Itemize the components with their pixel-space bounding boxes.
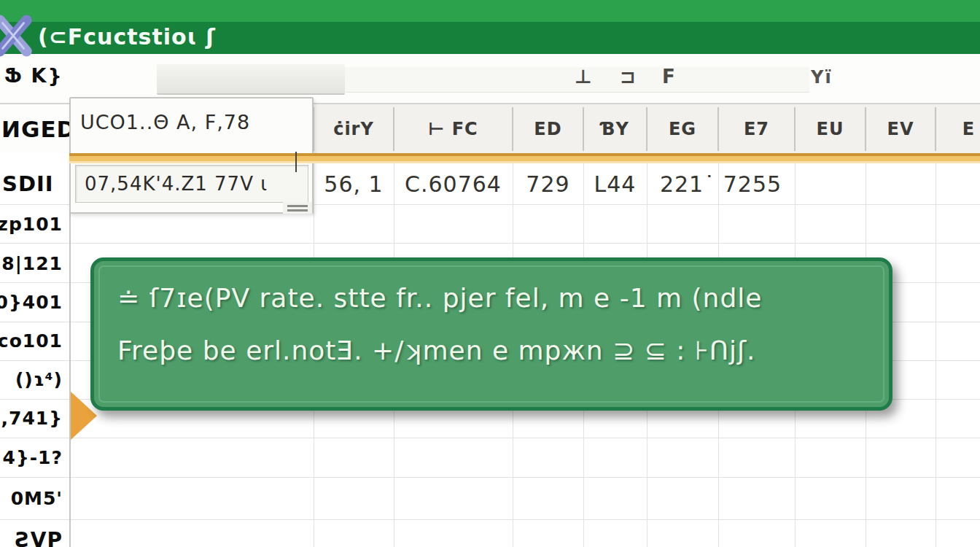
column-separator: [512, 107, 513, 151]
cell-value-1[interactable]: 56, 1: [314, 163, 394, 204]
column-header-2[interactable]: ⊢ FC: [394, 104, 513, 153]
formula-text[interactable]: UCO1..Θ A, F,78: [80, 111, 306, 133]
row-header-5[interactable]: co101: [0, 322, 69, 360]
tooltip-line-1: ≐ ſ7ɪe(PV rate. stte fr.. pjer fel, m e …: [117, 283, 762, 313]
gridline: [936, 163, 936, 547]
tooltip-line-2: Freþe be erl.notƎ. +/ʞmen e mpжn ⊇ ⊆ : ⊦…: [117, 335, 756, 365]
cell-value-5[interactable]: 221˙ 7255: [647, 163, 795, 204]
row-header-6[interactable]: ()ɿ⁴): [0, 360, 69, 399]
column-separator: [935, 107, 936, 151]
active-row-selection-band: [69, 153, 980, 163]
cell-edit-field[interactable]: 07,54K'4.Z1 77V ɩ: [75, 165, 308, 203]
function-tooltip: ≐ ſ7ɪe(PV rate. stte fr.. pjer fel, m e …: [90, 257, 892, 411]
column-header-3[interactable]: ED: [513, 104, 583, 153]
gridline: [0, 438, 980, 438]
toolbar-icon-3[interactable]: Ϝ: [662, 66, 675, 88]
spreadsheet-app-window: (⊂Fcuctstioɩ ʃ Ֆ K} ⊥ ⊐ Ϝ Yï ИGED ċirY ⊢…: [0, 0, 980, 547]
column-separator: [583, 107, 584, 151]
column-separator: [718, 107, 719, 151]
toolbar-right-label: Yï: [811, 67, 833, 88]
select-all-corner[interactable]: ИGED: [0, 104, 69, 153]
toolbar-icon-2[interactable]: ⊐: [620, 66, 636, 88]
row-header-10[interactable]: ƧVP: [0, 519, 69, 547]
column-header-8[interactable]: EV: [866, 104, 936, 153]
titlebar-top-strip: [0, 0, 980, 22]
app-title: (⊂Fcuctstioɩ ʃ: [38, 22, 216, 54]
row-header-2[interactable]: zp101: [0, 204, 69, 244]
formula-bar-input[interactable]: [157, 64, 345, 95]
gridline: [0, 477, 980, 478]
row-header-3[interactable]: 8|121: [0, 244, 69, 283]
column-header-4[interactable]: ƁY: [583, 104, 647, 153]
column-separator: [794, 107, 796, 151]
drag-handle-icon[interactable]: [283, 202, 312, 214]
column-separator: [865, 107, 866, 151]
column-separator: [646, 107, 648, 151]
column-header-5[interactable]: EG: [647, 104, 718, 153]
active-row-header[interactable]: SDII: [0, 163, 69, 204]
gridline: [0, 519, 980, 520]
gridline: [0, 243, 980, 244]
row-header-8[interactable]: 4}-1?: [0, 438, 69, 477]
column-separator: [393, 107, 394, 151]
cell-value-2[interactable]: C.60764: [394, 163, 513, 204]
column-header-1[interactable]: ċirY: [314, 104, 394, 153]
column-header-9[interactable]: E: [936, 104, 980, 153]
column-header-7[interactable]: EU: [795, 104, 866, 153]
text-caret: [295, 152, 297, 172]
row-header-9[interactable]: 0M5': [0, 477, 69, 519]
spreadsheet-x-logo-icon: [0, 13, 36, 57]
row-header-7[interactable]: 8,741}: [0, 399, 69, 438]
column-header-6[interactable]: E7: [718, 104, 795, 153]
name-box[interactable]: Ֆ K}: [4, 64, 63, 87]
toolbar-icon-1[interactable]: ⊥: [575, 66, 592, 88]
cell-value-3[interactable]: 729: [513, 163, 583, 204]
cell-value-4[interactable]: L44: [583, 163, 647, 204]
row-header-4[interactable]: 0}401: [0, 283, 69, 322]
